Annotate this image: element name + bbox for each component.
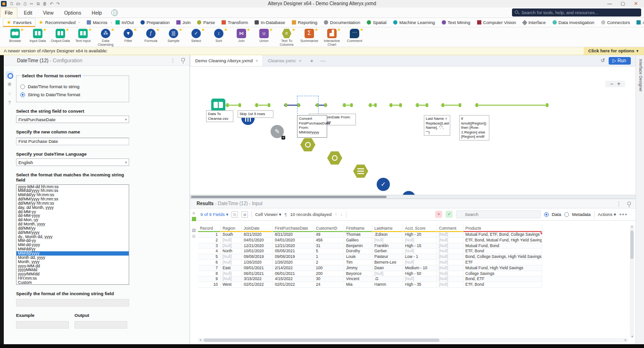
close-tab-icon[interactable]: ×	[299, 58, 301, 63]
input-anchor[interactable]	[324, 103, 327, 107]
table-cell[interactable]: Jimmy	[344, 265, 372, 271]
next-record-icon[interactable]: ↓	[340, 212, 343, 217]
table-cell[interactable]: Pasteur	[372, 254, 403, 259]
ribbon-tab-spatial[interactable]: Spatial	[363, 18, 390, 27]
scrollbar-thumb[interactable]	[204, 339, 439, 342]
table-cell[interactable]: 12/21/2020	[273, 243, 314, 249]
palette-tool-text-input[interactable]: ★Text Input	[72, 27, 94, 47]
input-anchor[interactable]	[268, 103, 270, 107]
table-row[interactable]: 2[Null]04/01/202004/01/2020456Galileo[Nu…	[198, 238, 542, 243]
table-cell[interactable]: High - 50	[403, 271, 437, 276]
input-anchor[interactable]	[239, 103, 241, 107]
column-header-comment[interactable]: Comment	[437, 225, 463, 232]
table-cell[interactable]: ETF, Bond	[463, 249, 542, 254]
results-pin-icon[interactable]	[627, 202, 631, 205]
table-cell[interactable]: 4	[198, 249, 221, 254]
ribbon-tab-documentation[interactable]: Documentation	[321, 18, 363, 27]
table-cell[interactable]: 7	[198, 265, 221, 271]
config-kebab-menu-icon[interactable]: ⋮	[170, 55, 175, 66]
table-cell[interactable]: Berners-Lee	[372, 260, 403, 265]
zoom-out-button[interactable]: −	[608, 81, 615, 87]
table-cell[interactable]: .G	[372, 276, 403, 282]
table-cell[interactable]: Galileo	[344, 238, 372, 243]
radio-data[interactable]: Data	[544, 212, 561, 217]
table-cell[interactable]: 31	[314, 243, 344, 249]
palette-tool-union[interactable]: ★∪Union	[253, 27, 275, 47]
node-datetime-1[interactable]	[300, 138, 315, 151]
table-cell[interactable]: [Null]	[221, 271, 242, 276]
workflow-canvas[interactable]: −+ ✎+ ✓ ▦+ ⚗ ≈	[190, 66, 636, 195]
incoming-format-input[interactable]	[16, 299, 129, 307]
table-cell[interactable]: [Null]	[437, 254, 463, 259]
table-cell[interactable]: Thomas	[344, 232, 372, 237]
input-anchor[interactable]	[399, 103, 402, 107]
table-cell[interactable]: [Null]	[437, 249, 463, 254]
table-cell[interactable]: 09/06/2019	[242, 254, 273, 259]
table-cell[interactable]: 5	[314, 249, 344, 254]
update-options-button[interactable]: Click here for options ▼	[584, 47, 644, 55]
table-cell[interactable]: 456	[314, 238, 344, 243]
table-cell[interactable]: East	[221, 265, 242, 271]
annotation-sample[interactable]: Skip 1st 5 rows	[238, 110, 273, 118]
output-anchor[interactable]	[256, 103, 258, 107]
radio-icon[interactable]	[20, 84, 25, 89]
output-anchor[interactable]	[343, 103, 346, 107]
table-cell[interactable]: Hamm	[372, 282, 403, 287]
actions-dropdown[interactable]: Actions ▾	[598, 212, 616, 217]
export-icon[interactable]: ⊞	[241, 211, 248, 218]
table-cell[interactable]: 1	[198, 232, 221, 237]
column-header-acct-score[interactable]: Acct. Score	[403, 225, 437, 232]
node-auto-field[interactable]: ✓	[377, 178, 390, 191]
schedule-icon[interactable]: ↺	[601, 58, 605, 64]
table-row[interactable]: 3[Null]12/21/202012/21/202031BenjaminFra…	[198, 243, 542, 249]
close-button[interactable]: ✕	[630, 0, 642, 8]
copy-icon[interactable]: ⎘	[231, 211, 238, 218]
ribbon-tab-connectors[interactable]: Connectors	[598, 18, 634, 27]
ribbon-tab-macros[interactable]: Macros	[83, 18, 111, 27]
globe-icon[interactable]	[111, 9, 118, 16]
ribbon-tab-computer-vision[interactable]: Computer Vision	[474, 18, 520, 27]
table-cell[interactable]: 06/01/2021	[273, 271, 314, 276]
table-cell[interactable]: 05/05/2021	[273, 249, 314, 254]
table-cell[interactable]: .Edison	[372, 232, 403, 237]
table-cell[interactable]: [Null]	[437, 232, 463, 237]
table-cell[interactable]: High - 15	[403, 243, 437, 249]
table-cell[interactable]: 3	[198, 243, 221, 249]
table-cell[interactable]: Mutual Fund, ETF, Bond, College Savings	[463, 232, 542, 237]
table-cell[interactable]: North	[221, 249, 242, 254]
table-cell[interactable]: 5	[198, 254, 221, 259]
menu-help[interactable]: Help	[88, 8, 107, 18]
table-cell[interactable]: 2	[198, 238, 221, 243]
cell-viewer-dropdown[interactable]: Cell Viewer ▾	[255, 212, 281, 217]
table-cell[interactable]: 8/21/2020	[273, 232, 314, 237]
table-cell[interactable]: South	[221, 232, 242, 237]
results-kebab-menu-icon[interactable]: ⋮	[616, 199, 621, 208]
notes-icon[interactable]: ▤	[191, 228, 197, 232]
annotation-datetime-1[interactable]: Convert FirstPurchaseDate From: MM/dd/yy…	[297, 115, 327, 138]
more-tabs-icon[interactable]: ⋯	[317, 55, 329, 66]
table-cell[interactable]: Vincent	[344, 276, 372, 282]
ribbon-tab-machine-learning[interactable]: Machine Learning	[390, 18, 438, 27]
format-option[interactable]: HH:mm:ss	[17, 276, 129, 281]
format-listbox[interactable]: yyyy-MM-dd hh:mm:ssMM/dd/yyyy hh:mm:ssMM…	[16, 184, 129, 285]
node-input-data[interactable]	[211, 99, 225, 112]
table-cell[interactable]: 02/01/2022	[273, 282, 314, 287]
table-cell[interactable]: ETF, Bond	[463, 282, 542, 287]
table-cell[interactable]: Louis	[344, 254, 372, 259]
ribbon-tab-in-out[interactable]: In/Out	[112, 18, 137, 27]
grid-options-icon[interactable]: ●●●	[619, 212, 628, 216]
table-row[interactable]: 8[Null]06/01/202106/01/2021200Beyonce[Nu…	[198, 271, 542, 277]
palette-tool-select[interactable]: ★✓Select	[185, 27, 207, 47]
node-select[interactable]	[353, 165, 368, 178]
input-anchor[interactable]	[426, 103, 428, 107]
table-cell[interactable]: Bond, College Savings, High Yield Saving…	[463, 254, 542, 259]
table-cell[interactable]: [Null]	[403, 238, 437, 243]
global-search-input[interactable]: Search for tools, help, and resources...	[512, 8, 641, 17]
ribbon-tab-address[interactable]: Address	[633, 18, 644, 27]
table-cell[interactable]: Mutual Fund, Bond	[463, 243, 542, 249]
palette-tool-formula[interactable]: ★ƒFormula	[140, 27, 162, 47]
menu-edit[interactable]: Edit	[19, 8, 36, 18]
column-header-joindate[interactable]: JoinDate	[242, 225, 273, 232]
input-anchor[interactable]	[459, 103, 461, 107]
table-cell[interactable]: 10	[198, 282, 221, 287]
